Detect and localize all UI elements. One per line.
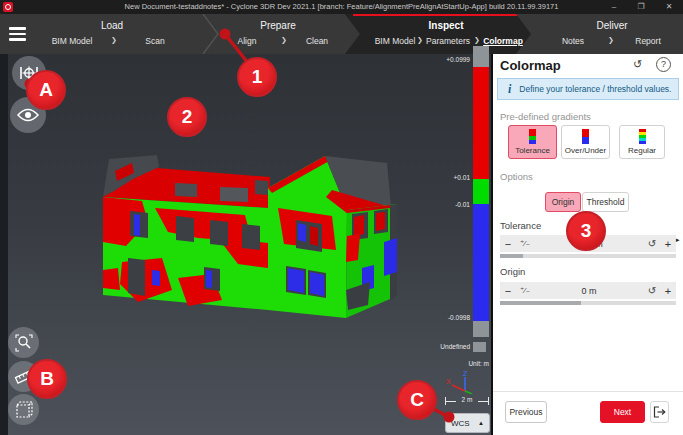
origin-value[interactable]: 0 m (534, 286, 644, 296)
callout-1: 1 (237, 57, 277, 97)
chevron-separator-icon: ❯ (474, 36, 480, 44)
callout-A: A (26, 70, 66, 110)
tolerance-step-icon[interactable]: ⁺⁄₋ (516, 239, 534, 248)
3d-viewport-canvas[interactable]: +0.0999 +0.01 -0.01 -0.0998 Undefined Un… (0, 54, 491, 435)
chevron-separator-icon: ❯ (417, 36, 423, 44)
tolerance-slider-fill (500, 254, 523, 258)
tolerance-gradient-icon (529, 129, 536, 144)
scale-neg-label: -0.01 (410, 201, 470, 208)
callout-2: 2 (167, 97, 207, 137)
step-notes[interactable]: Notes (562, 36, 584, 46)
restore-button[interactable]: ❐ (633, 1, 649, 13)
gradient-tolerance-button[interactable]: Tolerance (508, 125, 557, 159)
scale-max-label: +0.0999 (410, 56, 470, 63)
tolerance-increase-button[interactable]: + (660, 238, 676, 250)
option-origin-button[interactable]: Origin (545, 192, 581, 212)
clipping-box-button[interactable] (8, 394, 39, 425)
reset-history-icon[interactable]: ↺ (630, 57, 645, 72)
next-button[interactable]: Next (600, 401, 645, 423)
origin-label: Origin (500, 266, 525, 277)
gradients-section-label: Pre-defined gradients (500, 111, 591, 122)
gradient-regular-button[interactable]: Regular (619, 125, 665, 159)
step-inspect-bim-model[interactable]: BIM Model (375, 36, 416, 46)
minimize-button[interactable]: – (606, 1, 622, 13)
ucs-dropdown[interactable]: WCS ▲ (445, 413, 490, 433)
ucs-label: WCS (451, 419, 470, 428)
axis-z-label: Z (463, 370, 468, 377)
gradient-over-under-button[interactable]: Over/Under (561, 125, 610, 159)
undefined-swatch (473, 342, 486, 352)
title-bar: New Document-testaddnotes* - Cyclone 3DR… (0, 0, 683, 14)
origin-increase-button[interactable]: + (660, 285, 676, 297)
tolerance-reset-icon[interactable]: ↺ (644, 238, 660, 249)
colorscale-above (473, 67, 489, 179)
info-banner: i Define your tolerance / threshold valu… (497, 78, 679, 100)
stage-prepare: Prepare (260, 20, 296, 31)
colorscale-clip-high (473, 46, 489, 67)
origin-reset-icon[interactable]: ↺ (644, 285, 660, 296)
undefined-label: Undefined (410, 343, 470, 350)
application-window: New Document-testaddnotes* - Cyclone 3DR… (0, 0, 683, 435)
colorscale-below (473, 204, 489, 321)
unit-label: Unit: m (429, 360, 489, 367)
options-section-label: Options (500, 171, 533, 182)
tolerance-slider-track[interactable] (500, 254, 676, 258)
origin-step-icon[interactable]: ⁺⁄₋ (516, 286, 534, 295)
viewport-edge-strip (0, 54, 8, 435)
zoom-selection-button[interactable] (8, 327, 39, 358)
axis-x-label: X (446, 378, 451, 385)
chevron-separator-icon: ❯ (608, 36, 614, 44)
origin-decrease-button[interactable]: − (500, 285, 516, 297)
callout-3: 3 (566, 211, 606, 251)
info-icon: i (508, 82, 511, 97)
stage-deliver: Deliver (596, 20, 627, 31)
step-parameters[interactable]: Parameters (426, 36, 470, 46)
info-text: Define your tolerance / threshold values… (519, 84, 671, 94)
zoom-selection-icon (15, 334, 33, 352)
footer-divider (493, 391, 683, 392)
option-threshold-button[interactable]: Threshold (582, 192, 629, 212)
exit-workflow-button[interactable] (650, 401, 669, 423)
chevron-separator-icon: ❯ (111, 36, 117, 44)
panel-collapse-arrow[interactable]: ▸ (676, 236, 680, 244)
step-clean[interactable]: Clean (306, 36, 328, 46)
exit-door-icon (653, 406, 666, 418)
dropup-arrow-icon: ▲ (478, 420, 484, 426)
eye-icon (17, 108, 39, 122)
callout-C: C (397, 380, 437, 420)
regular-gradient-icon (639, 129, 646, 144)
colorscale-within (473, 179, 489, 204)
step-colormap-active[interactable]: Colormap (483, 36, 523, 46)
active-stage-highlight (353, 14, 518, 16)
stage-load: Load (101, 20, 123, 31)
workflow-bar: Load BIM Model ❯ Scan Prepare Align ❯ Cl… (0, 14, 683, 54)
previous-button[interactable]: Previous (505, 401, 547, 423)
origin-slider-row: − ⁺⁄₋ 0 m ↺ + (500, 282, 676, 299)
tolerance-label: Tolerance (500, 220, 541, 231)
chevron-separator-icon: ❯ (281, 36, 287, 44)
scale-min-label: -0.0998 (410, 314, 470, 321)
menu-hamburger-button[interactable] (9, 24, 26, 44)
tolerance-decrease-button[interactable]: − (500, 238, 516, 250)
panel-title: Colormap (500, 58, 561, 73)
scalebar-label: 2 m (445, 396, 489, 403)
step-load-scan[interactable]: Scan (145, 36, 164, 46)
step-load-bim-model[interactable]: BIM Model (52, 36, 93, 46)
clipping-box-icon (15, 401, 33, 419)
step-align[interactable]: Align (238, 36, 257, 46)
window-title: New Document-testaddnotes* - Cyclone 3DR… (0, 2, 683, 11)
origin-slider-fill (500, 301, 581, 305)
axis-triad: Z X (443, 368, 477, 394)
scale-pos-label: +0.01 (410, 174, 470, 181)
scalebar: 2 m (445, 397, 489, 406)
stage-inspect: Inspect (428, 20, 463, 31)
colorscale-clip-low (473, 321, 489, 337)
callout-B: B (27, 359, 67, 399)
3d-model-building (100, 150, 400, 322)
origin-slider-track[interactable] (500, 301, 676, 305)
step-report[interactable]: Report (635, 36, 661, 46)
over-under-gradient-icon (582, 129, 589, 144)
close-button[interactable]: ✕ (661, 1, 677, 13)
help-icon[interactable]: ? (656, 57, 671, 72)
